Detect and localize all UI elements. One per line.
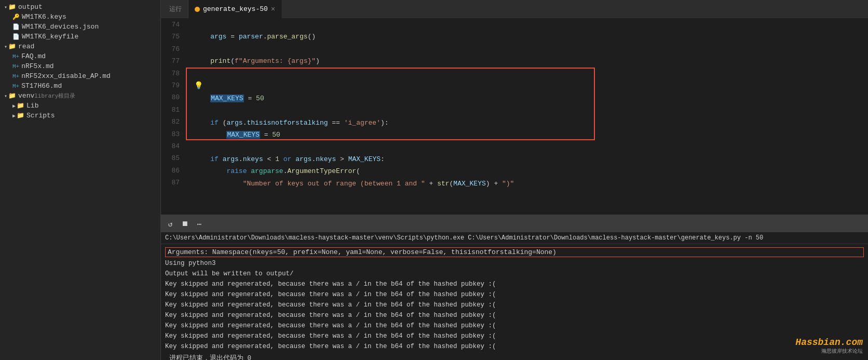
output-key-skip-7: Key skipped and regenerated, because the… [165, 341, 864, 352]
sidebar-item-lib-label: Lib [26, 102, 38, 110]
file-st17h66-icon: M+ [12, 83, 19, 89]
terminal-restart-button[interactable]: ↺ [165, 219, 175, 229]
output-key-skip-6: Key skipped and regenerated, because the… [165, 331, 864, 341]
code-line-79: MAX_KEYS = 50 [194, 95, 264, 102]
output-key-skip-1: Key skipped and regenerated, because the… [165, 279, 864, 289]
folder-output-icon: 📁 [8, 3, 16, 11]
sidebar-item-output-label: output [18, 3, 43, 11]
code-panel: 74 75 76 77 78 79 80 81 82 83 84 85 86 8… [161, 19, 868, 215]
code-line-74: args = parser.parse_args() [194, 33, 316, 41]
output-using-python: Using python3 [165, 258, 864, 269]
terminal-more-button[interactable]: ⋯ [194, 219, 205, 229]
sidebar-item-wm1tk6-keys-label: WM1TK6.keys [22, 13, 66, 21]
folder-lib-icon: 📁 [17, 102, 24, 110]
terminal-controls-bar: ↺ ⏹ ⋯ [161, 216, 868, 232]
output-key-skip-2: Key skipped and regenerated, because the… [165, 289, 864, 300]
sidebar-item-scripts[interactable]: ▶ 📁 Scripts [0, 111, 160, 121]
output-arguments-line: Arguments: Namespace(nkeys=50, prefix=No… [165, 247, 864, 257]
tab-section-run-label: 运行 [163, 0, 188, 18]
chevron-read-icon: ▾ [4, 44, 7, 50]
terminal-stop-button[interactable]: ⏹ [180, 219, 190, 229]
sidebar-item-read-label: read [18, 43, 34, 50]
folder-venv-icon: 📁 [8, 92, 16, 100]
terminal-command-line: C:\Users\Administrator\Downloads\macless… [161, 232, 868, 244]
sidebar-item-venv[interactable]: ▾ 📁 venv library根目录 [0, 91, 160, 101]
sidebar-item-st17h66-label: ST17H66.md [21, 82, 62, 90]
sidebar-item-nrf5x[interactable]: M+ nRF5x.md [0, 61, 160, 71]
file-nrf52xxx-icon: M+ [12, 73, 19, 79]
tab-bar: 运行 generate_keys-50 × [161, 0, 868, 19]
output-key-skip-4: Key skipped and regenerated, because the… [165, 310, 864, 321]
code-line-78: 💡 [194, 82, 203, 90]
sidebar-item-read[interactable]: ▾ 📁 read [0, 42, 160, 51]
code-text-area: args = parser.parse_args() print(f"Argum… [186, 19, 868, 215]
sidebar-item-wm1tk6-devices[interactable]: 📄 WM1TK6_devices.json [0, 22, 160, 32]
output-arguments-text: Arguments: Namespace(nkeys=50, prefix=No… [168, 248, 557, 256]
terminal-section: ↺ ⏹ ⋯ C:\Users\Administrator\Downloads\m… [161, 215, 868, 360]
terminal-exit-line: 进程已结束，退出代码为 0 [165, 352, 864, 360]
sidebar-item-lib[interactable]: ▶ 📁 Lib [0, 101, 160, 111]
code-lines: args = parser.parse_args() print(f"Argum… [190, 19, 864, 214]
sidebar-item-wm1tk6-keyfile[interactable]: 📄 WM1TK6_keyfile [0, 32, 160, 42]
sidebar-item-nrf5x-label: nRF5x.md [21, 62, 53, 70]
main-layout: ▾ 📁 output 🔑 WM1TK6.keys 📄 WM1TK6_device… [0, 0, 868, 360]
sidebar-item-nrf52xxx-label: nRF52xxx_disable_AP.md [21, 72, 111, 80]
folder-read-icon: 📁 [8, 43, 16, 50]
file-faq-icon: M+ [12, 54, 19, 60]
file-json-icon: 📄 [12, 23, 20, 30]
line-numbers: 74 75 76 77 78 79 80 81 82 83 84 85 86 8… [161, 19, 186, 215]
chevron-output-icon: ▾ [4, 4, 7, 10]
code-line-76: print(f"Arguments: {args}") [194, 57, 320, 65]
terminal-output-area: Arguments: Namespace(nkeys=50, prefix=No… [161, 244, 868, 360]
code-line-86: "Number of keys out of range (between 1 … [194, 180, 514, 188]
code-line-82: MAX_KEYS = 50 [194, 131, 280, 139]
code-line-81: if (args.thisisnotforstalking == 'i_agre… [194, 119, 389, 127]
output-written-to: Output will be written to output/ [165, 269, 864, 279]
tab-generate-keys[interactable]: generate_keys-50 × [188, 0, 282, 18]
sidebar-item-wm1tk6-devices-label: WM1TK6_devices.json [22, 23, 99, 31]
code-line-84: if args.nkeys < 1 or args.nkeys > MAX_KE… [194, 155, 385, 163]
sidebar-item-st17h66[interactable]: M+ ST17H66.md [0, 81, 160, 91]
sidebar-item-nrf52xxx[interactable]: M+ nRF52xxx_disable_AP.md [0, 71, 160, 81]
tab-running-icon [195, 7, 200, 12]
tab-close-button[interactable]: × [271, 6, 275, 13]
sidebar-item-output[interactable]: ▾ 📁 output [0, 2, 160, 12]
code-line-85: raise argparse.ArgumentTypeError( [194, 167, 360, 175]
file-keys-icon: 🔑 [12, 14, 20, 20]
tab-label: generate_keys-50 [203, 5, 268, 13]
code-content-area: 74 75 76 77 78 79 80 81 82 83 84 85 86 8… [161, 19, 868, 215]
sidebar-item-faq[interactable]: M+ FAQ.md [0, 51, 160, 61]
folder-scripts-icon: 📁 [17, 112, 24, 119]
sidebar-item-venv-sublabel: library根目录 [34, 92, 75, 100]
output-key-skip-5: Key skipped and regenerated, because the… [165, 321, 864, 331]
sidebar-item-wm1tk6-keyfile-label: WM1TK6_keyfile [22, 33, 78, 41]
chevron-lib-icon: ▶ [12, 103, 16, 109]
output-key-skip-3: Key skipped and regenerated, because the… [165, 300, 864, 310]
editor-area: 运行 generate_keys-50 × 74 75 76 77 78 79 … [161, 0, 868, 360]
chevron-venv-icon: ▾ [4, 93, 7, 99]
chevron-scripts-icon: ▶ [12, 113, 16, 119]
file-explorer-sidebar: ▾ 📁 output 🔑 WM1TK6.keys 📄 WM1TK6_device… [0, 0, 161, 360]
sidebar-item-wm1tk6-keys[interactable]: 🔑 WM1TK6.keys [0, 12, 160, 22]
sidebar-item-faq-label: FAQ.md [21, 52, 46, 60]
sidebar-item-venv-label: venv [18, 92, 34, 100]
sidebar-item-scripts-label: Scripts [26, 112, 55, 119]
file-nrf5x-icon: M+ [12, 63, 19, 70]
file-keyfile-icon: 📄 [12, 33, 20, 40]
